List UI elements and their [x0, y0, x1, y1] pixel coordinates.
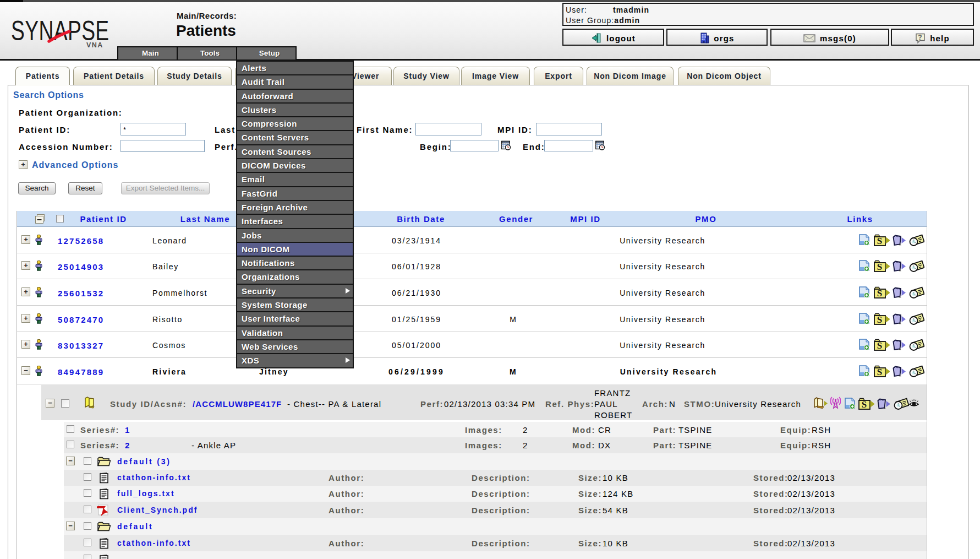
- svg-text:S: S: [877, 340, 882, 351]
- svg-text:S: S: [877, 314, 882, 325]
- svg-text:S: S: [877, 262, 882, 272]
- svg-text:?: ?: [918, 34, 923, 41]
- svg-text:S: S: [877, 288, 882, 299]
- svg-text:S: S: [877, 236, 882, 246]
- svg-text:S: S: [862, 399, 867, 410]
- svg-text:S: S: [877, 367, 882, 377]
